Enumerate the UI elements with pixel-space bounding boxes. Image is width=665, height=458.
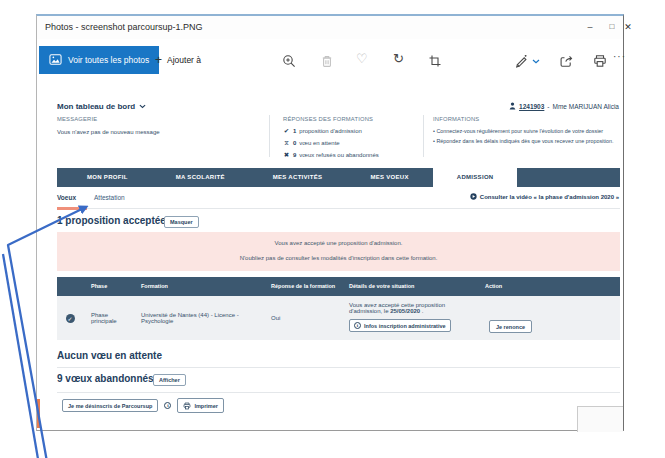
notice-line: N'oubliez pas de consulter les modalités… [57,255,620,261]
informations-bullet: Connectez-vous régulièrement pour suivre… [433,126,621,136]
cell-phase: Phase principale [83,312,133,324]
reponses-count: 9 [293,152,296,158]
subtab-attestation[interactable]: Attestation [94,194,125,201]
propositions-table: Phase Formation Réponse de la formation … [57,277,620,340]
video-link-label: Consulter la vidéo « la phase d'admissio… [480,194,619,200]
close-button[interactable]: ✕ [620,17,636,37]
delete-icon[interactable] [320,54,334,68]
info-circle-icon: i [354,322,361,329]
rotate-icon[interactable]: ↻ [393,52,407,66]
video-link[interactable]: Consulter la vidéo « la phase d'admissio… [470,193,619,200]
tab-mes-activites[interactable]: MES ACTIVITÉS [249,168,347,187]
reponses-item: ⧖ 0 vœu en attente [283,139,340,147]
informations-list: Connectez-vous régulièrement pour suivre… [433,126,621,146]
tab-ma-scolarite[interactable]: MA SCOLARITÉ [152,168,249,187]
photo-library-icon [49,53,62,68]
title-bar[interactable]: Photos - screenshot parcoursup-1.PNG – □… [37,16,623,39]
check-icon: ✔ [283,127,290,135]
hourglass-icon: ⧖ [283,139,290,147]
table-header: Réponse de la formation [263,277,341,296]
table-row: ✓ Phase principale Université de Nantes … [57,296,620,340]
table-header: Formation [133,277,263,296]
printer-icon [183,402,191,410]
photos-app-window: Photos - screenshot parcoursup-1.PNG – □… [36,14,624,431]
user-account-link[interactable]: 1241903 - Mme MARIJUAN Alicia [509,102,619,110]
waiting-heading: Aucun vœu en attente [57,350,162,361]
dashboard-title: Mon tableau de bord [57,102,135,111]
table-header-row: Phase Formation Réponse de la formation … [57,277,620,296]
table-header: Phase [83,277,133,296]
play-circle-icon [470,193,477,200]
imprimer-button[interactable]: Imprimer [177,398,224,413]
masquer-button[interactable]: Masquer [164,216,199,228]
photos-toolbar: Voir toutes les photos + Ajouter à ♡ ↻ [37,39,623,78]
accepted-heading: 1 proposition acceptée [57,215,166,226]
share-icon[interactable] [559,54,573,68]
cell-reponse: Oui [263,315,341,321]
tab-admission[interactable]: ADMISSION [433,168,518,187]
plus-icon: + [155,55,162,65]
infos-inscription-button[interactable]: i Infos inscription administrative [349,319,451,332]
zoom-icon[interactable] [282,54,296,68]
reponses-count: 0 [293,140,296,146]
orange-tick-annotation [37,399,40,428]
detail-end: . [420,308,423,314]
print-icon[interactable] [593,54,607,68]
add-to-button[interactable]: + Ajouter à [155,46,201,74]
view-all-photos-button[interactable]: Voir toutes les photos [39,46,159,74]
cell-formation: Université de Nantes (44) - Licence - Ps… [133,312,263,324]
table-header: Détails de votre situation [341,277,477,296]
reponses-item: ✔ 1 proposition d'admission [283,127,362,135]
cross-icon: ✖ [283,151,290,159]
subtab-voeux[interactable]: Voeux [57,194,76,201]
cropped-corner-panel [577,406,623,432]
user-separator: - [547,103,549,110]
main-nav-tabbar: MON PROFIL MA SCOLARITÉ MES ACTIVITÉS ME… [57,168,620,187]
crop-icon[interactable] [428,54,442,68]
messagerie-title: MESSAGERIE [57,116,97,122]
table-header-icon-col [57,277,83,296]
afficher-button[interactable]: Afficher [153,374,186,386]
info-circle-icon[interactable]: i [164,402,171,409]
column-divider [269,115,270,157]
cell-action: Je renonce [477,296,620,340]
chevron-down-icon [139,104,146,109]
dashboard-title-row[interactable]: Mon tableau de bord [57,102,146,111]
favorite-icon[interactable]: ♡ [356,52,370,66]
detail-date: 25/05/2020 [390,308,420,314]
imprimer-label: Imprimer [194,403,218,409]
user-id: 1241903 [519,103,544,110]
cell-details: Vous avez accepté cette proposition d'ad… [341,296,477,340]
tab-mon-profil[interactable]: MON PROFIL [63,168,152,187]
maximize-button[interactable]: □ [604,17,620,37]
unsubscribe-button[interactable]: Je me désinscris de Parcoursup [62,399,158,412]
person-icon [509,102,516,110]
notice-line: Vous avez accepté une proposition d'admi… [57,240,620,246]
accepted-check-icon: ✓ [66,314,75,323]
reponses-item: ✖ 9 vœux refusés ou abandonnés [283,151,379,159]
column-divider [423,115,424,157]
section-divider [57,367,620,368]
view-all-photos-label: Voir toutes les photos [68,55,149,65]
messagerie-body: Vous n'avez pas de nouveau message [57,129,160,135]
more-options-icon[interactable]: ··· [613,51,627,65]
je-renonce-button[interactable]: Je renonce [489,320,532,333]
table-header: Action [477,277,620,296]
section-divider [57,392,620,393]
chevron-down-icon[interactable] [532,59,546,73]
tab-mes-voeux[interactable]: MES VOEUX [346,168,432,187]
reponses-label: vœu en attente [299,140,339,146]
edit-create-icon[interactable] [514,54,528,68]
reponses-count: 1 [293,128,296,134]
reponses-label: proposition d'admission [299,128,362,134]
acceptance-notice: Vous avez accepté une proposition d'admi… [57,232,620,271]
infos-inscription-label: Infos inscription administrative [364,323,446,329]
reponses-label: vœux refusés ou abandonnés [299,152,378,158]
screenshot-canvas: Photos - screenshot parcoursup-1.PNG – □… [0,0,665,458]
subnav-divider [57,208,620,209]
reponses-title: RÉPONSES DES FORMATIONS [283,116,373,122]
minimize-button[interactable]: – [582,17,598,37]
window-title: Photos - screenshot parcoursup-1.PNG [45,16,203,38]
informations-bullet: Répondez dans les délais indiqués dès qu… [433,136,621,146]
add-to-label: Ajouter à [167,55,201,65]
